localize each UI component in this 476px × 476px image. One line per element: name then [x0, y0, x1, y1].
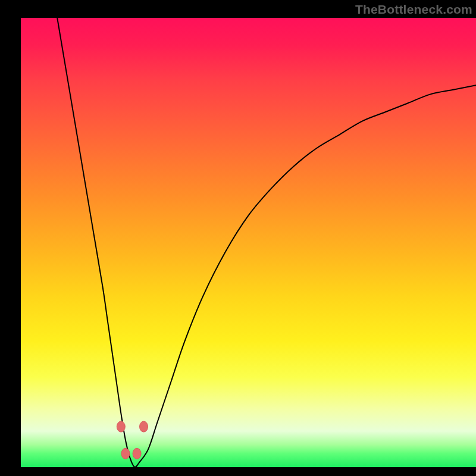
plot-area	[21, 18, 476, 467]
curve-marker	[140, 421, 148, 432]
curve-marker	[117, 421, 125, 432]
curve-layer	[21, 18, 476, 467]
watermark-text: TheBottleneck.com	[355, 2, 472, 17]
curve-path	[57, 18, 476, 467]
curve-marker	[133, 448, 141, 459]
bottleneck-curve	[57, 18, 476, 467]
curve-marker	[121, 448, 130, 459]
chart-frame: TheBottleneck.com	[0, 0, 476, 476]
marker-group	[117, 421, 148, 459]
